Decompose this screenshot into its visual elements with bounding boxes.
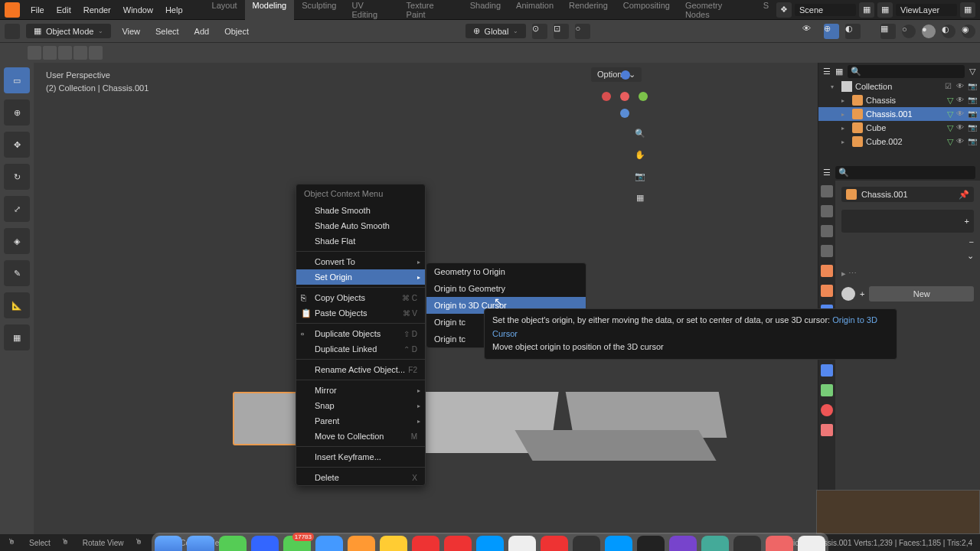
- pivot-icon[interactable]: ⊙: [532, 24, 547, 39]
- menu-window[interactable]: Window: [117, 5, 159, 15]
- tool-move[interactable]: ✥: [4, 132, 30, 158]
- editor-type-icon[interactable]: [5, 24, 20, 39]
- tool-cursor[interactable]: ⊕: [4, 99, 30, 126]
- dock-app-icon[interactable]: [733, 536, 761, 551]
- outliner[interactable]: ▾ Collection ☑👁📷 ▸ Chassis ▽ 👁📷 ▸ Chassi…: [818, 80, 980, 164]
- pin-icon[interactable]: 📌: [959, 190, 969, 200]
- menu-select[interactable]: Select: [151, 27, 184, 36]
- outliner-item[interactable]: ▸ Cube ▽ 👁📷: [818, 121, 980, 135]
- ctx-paste[interactable]: 📋Paste Objects⌘ V: [296, 305, 425, 321]
- ctx-insert-keyframe[interactable]: Insert Keyframe...: [296, 449, 425, 465]
- props-search[interactable]: 🔍: [835, 166, 975, 179]
- selmode-icon[interactable]: [43, 46, 57, 60]
- disclosure-icon[interactable]: ▸: [841, 125, 849, 132]
- tool-transform[interactable]: ◈: [4, 228, 30, 254]
- props-type-icon[interactable]: ☰: [823, 168, 831, 178]
- mode-dropdown[interactable]: ▦ Object Mode ⌄: [26, 24, 111, 38]
- dock-app-icon[interactable]: [766, 536, 793, 551]
- outliner-type-icon[interactable]: ☰: [823, 67, 831, 77]
- dock-app-icon[interactable]: [605, 536, 632, 551]
- selmode-icon[interactable]: [58, 46, 72, 60]
- ctx-duplicate[interactable]: ▫Duplicate Objects⇧ D: [296, 326, 425, 341]
- tab-compositing[interactable]: Compositing: [616, 0, 678, 22]
- dock-app-icon[interactable]: [155, 536, 182, 551]
- ctx-snap[interactable]: Snap: [296, 398, 425, 413]
- snap-icon[interactable]: ⊡: [554, 24, 569, 39]
- dock-app-icon[interactable]: [380, 536, 407, 551]
- tab-shading[interactable]: Shading: [462, 0, 508, 22]
- tool-addcube[interactable]: ▦: [4, 324, 30, 350]
- persp-icon[interactable]: ▦: [632, 193, 648, 208]
- selmode-icon[interactable]: [89, 46, 103, 60]
- tool-measure[interactable]: 📐: [4, 292, 30, 318]
- tab-animation[interactable]: Animation: [508, 0, 561, 22]
- dock-app-icon[interactable]: [508, 536, 536, 551]
- dock-app-icon[interactable]: [412, 536, 439, 551]
- menu-edit[interactable]: Edit: [51, 5, 77, 15]
- menu-add[interactable]: Add: [190, 27, 214, 36]
- ctx-duplicate-linked[interactable]: Duplicate Linked⌃ D: [296, 341, 425, 357]
- dock-app-icon[interactable]: [798, 536, 825, 551]
- dock-app-icon[interactable]: [315, 536, 343, 551]
- prop-edit-icon[interactable]: ○: [575, 24, 590, 39]
- scene-field[interactable]: Scene: [795, 4, 856, 16]
- add-icon[interactable]: +: [965, 217, 969, 226]
- orientation-dropdown[interactable]: ⊕ Global ⌄: [466, 24, 527, 38]
- tool-select[interactable]: ▭: [4, 67, 30, 93]
- scene-icon[interactable]: ❖: [776, 2, 792, 18]
- ctx-rename[interactable]: Rename Active Object...F2: [296, 362, 425, 377]
- chevron-down-icon[interactable]: ⌄: [967, 251, 974, 261]
- ctx-convert[interactable]: Convert To: [296, 254, 425, 269]
- xray-icon[interactable]: ▦: [880, 24, 896, 39]
- tab-more[interactable]: S: [756, 0, 776, 22]
- dock-app-icon[interactable]: 17783: [283, 536, 311, 551]
- tab-sculpting[interactable]: Sculpting: [294, 0, 344, 22]
- dock-app-icon[interactable]: [476, 536, 504, 551]
- minus-icon[interactable]: −: [969, 237, 974, 246]
- tab-layout[interactable]: Layout: [204, 0, 245, 22]
- menu-view[interactable]: View: [117, 27, 145, 36]
- outliner-item[interactable]: ▸ Cube.002 ▽ 👁📷: [818, 135, 980, 148]
- menu-render[interactable]: Render: [77, 5, 117, 15]
- shade-matprev-icon[interactable]: ◐: [942, 24, 956, 38]
- ctx-mirror[interactable]: Mirror: [296, 383, 425, 398]
- tool-scale[interactable]: ⤢: [4, 196, 30, 222]
- tab-geonodes[interactable]: Geometry Nodes: [678, 0, 756, 22]
- menu-object[interactable]: Object: [220, 27, 253, 36]
- dock-app-icon[interactable]: [669, 536, 697, 551]
- tab-modeling[interactable]: Modeling: [245, 0, 295, 22]
- filter-icon[interactable]: ▽: [969, 67, 975, 77]
- macos-dock[interactable]: 17783: [152, 533, 828, 551]
- ctx-shade-flat[interactable]: Shade Flat: [296, 233, 425, 249]
- new-button[interactable]: New: [869, 286, 974, 302]
- dock-app-icon[interactable]: [573, 536, 600, 551]
- selmode-icon[interactable]: [28, 46, 41, 60]
- dock-app-icon[interactable]: [187, 536, 214, 551]
- dock-app-icon[interactable]: [637, 536, 665, 551]
- viewlayer-field[interactable]: ViewLayer: [896, 4, 957, 16]
- outliner-item-selected[interactable]: ▸ Chassis.001 ▽ 👁📷: [818, 107, 980, 121]
- props-object-name[interactable]: Chassis.001 📌: [841, 187, 974, 202]
- shade-render-icon[interactable]: ◉: [962, 24, 975, 38]
- ptab-render[interactable]: [821, 185, 833, 197]
- ctx-move-collection[interactable]: Move to CollectionM: [296, 429, 425, 444]
- ptab-world[interactable]: [821, 265, 833, 277]
- viewlayer-icon[interactable]: ▦: [877, 2, 893, 18]
- ptab-scene[interactable]: [821, 245, 833, 257]
- tab-uv[interactable]: UV Editing: [344, 0, 398, 22]
- ctx-shade-auto[interactable]: Shade Auto Smooth: [296, 218, 425, 233]
- tool-annotate[interactable]: ✎: [4, 260, 30, 286]
- pan-icon[interactable]: ✋: [632, 150, 648, 165]
- menu-file[interactable]: File: [24, 5, 51, 15]
- ctx-parent[interactable]: Parent: [296, 413, 425, 429]
- tab-rendering[interactable]: Rendering: [561, 0, 616, 22]
- dock-app-icon[interactable]: [444, 536, 472, 551]
- outliner-search[interactable]: 🔍: [848, 65, 965, 78]
- sub-geom-origin[interactable]: Geometry to Origin: [426, 263, 586, 280]
- ctx-shade-smooth[interactable]: Shade Smooth: [296, 203, 425, 218]
- viewlayer-new-icon[interactable]: ▦: [960, 2, 975, 18]
- ptab-object[interactable]: [821, 285, 833, 297]
- dock-app-icon[interactable]: [251, 536, 279, 551]
- selmode-icon[interactable]: [74, 46, 87, 60]
- dock-app-icon[interactable]: [541, 536, 568, 551]
